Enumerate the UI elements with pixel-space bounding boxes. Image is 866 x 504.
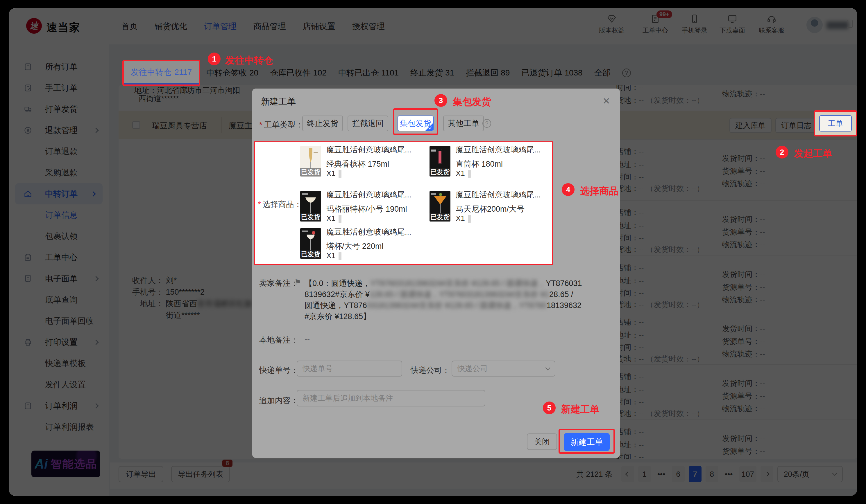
shipped-badge: 已发货: [430, 213, 451, 221]
product-image: 已发货: [300, 228, 321, 259]
ticket-action-highlight: 工单: [814, 110, 857, 136]
annotation-step-1: 1: [208, 53, 221, 65]
product-variant: 塔杯/大号 220ml: [326, 241, 384, 251]
annotation-step-3: 3: [434, 94, 447, 107]
product-variant: 玛格丽特杯/小号 190ml: [326, 204, 407, 214]
product-selection-box: *选择商品： 已发货 魔豆胜活创意玻璃鸡尾... 经典香槟杯 175ml X1 …: [254, 141, 553, 265]
annotation-step-4: 4: [562, 183, 575, 196]
qty-bar: [468, 215, 471, 223]
qty-bar: [338, 252, 342, 260]
product-qty: X1: [326, 214, 342, 223]
product-qty: X1: [456, 169, 471, 178]
annotation-step-5: 5: [543, 401, 556, 414]
annotation-box-tab: [122, 60, 200, 86]
shipped-badge: 已发货: [300, 168, 321, 176]
product-qty: X1: [326, 251, 342, 260]
shipped-badge: 已发货: [430, 168, 451, 176]
annotation-box-submit: [558, 429, 615, 454]
app-window: 速 速当家 首页 铺货优化 订单管理 商品管理 店铺设置 授权管理 版本权益 9…: [9, 8, 857, 496]
product-image: 已发货: [300, 146, 321, 176]
select-product-label: *选择商品：: [258, 199, 302, 210]
product-qty: X1: [326, 169, 342, 178]
product-variant: 直筒杯 180ml: [456, 159, 503, 169]
annotation-box-bundle-ship: [393, 108, 438, 135]
qty-bar: [338, 170, 342, 178]
product-title: 魔豆胜活创意玻璃鸡尾...: [456, 190, 541, 200]
product-image: 已发货: [430, 191, 451, 221]
annotation-step-2: 2: [776, 146, 788, 159]
product-image: 已发货: [430, 146, 451, 176]
ticket-action-button[interactable]: 工单: [819, 115, 852, 131]
product-title: 魔豆胜活创意玻璃鸡尾...: [326, 227, 411, 237]
shipped-badge: 已发货: [300, 250, 321, 259]
product-title: 魔豆胜活创意玻璃鸡尾...: [456, 145, 541, 155]
annotation-label-1: 发往中转仓: [225, 54, 273, 67]
annotation-label-2: 发起工单: [794, 147, 832, 160]
product-qty: X1: [456, 214, 471, 223]
product-variant: 马天尼杯200m/大号: [456, 204, 524, 214]
annotation-label-5: 新建工单: [561, 403, 600, 416]
qty-bar: [468, 170, 471, 178]
qty-bar: [338, 215, 342, 223]
annotation-label-3: 集包发货: [453, 95, 491, 108]
shipped-badge: 已发货: [300, 213, 321, 221]
product-variant: 经典香槟杯 175ml: [326, 159, 389, 169]
annotation-label-4: 选择商品: [580, 185, 619, 198]
product-title: 魔豆胜活创意玻璃鸡尾...: [326, 145, 411, 155]
product-title: 魔豆胜活创意玻璃鸡尾...: [326, 190, 411, 200]
product-image: 已发货: [300, 191, 321, 221]
